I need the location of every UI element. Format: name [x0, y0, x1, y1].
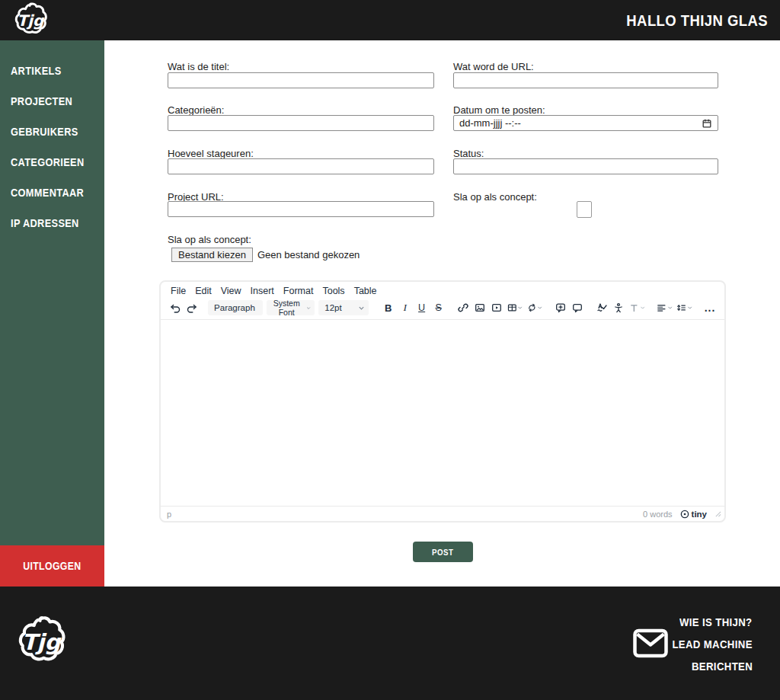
media-button[interactable] [488, 299, 505, 316]
add-comment-button[interactable] [552, 299, 569, 316]
font-family-select[interactable]: System Font [267, 300, 315, 315]
date-label: Datum om te posten: [453, 104, 545, 116]
sidebar-item-gebruikers[interactable]: GEBRUIKERS [0, 117, 104, 147]
editor-menubar: File Edit View Insert Format Tools Table [161, 282, 724, 298]
greeting-title: HALLO THIJN GLAS [607, 0, 768, 40]
bold-button[interactable]: B [380, 299, 397, 316]
chevron-down-icon [667, 305, 673, 311]
menu-tools[interactable]: Tools [318, 284, 349, 298]
table-icon [507, 302, 518, 314]
comment-icon [571, 302, 583, 314]
calendar-icon[interactable] [702, 118, 712, 129]
ellipsis-icon: ... [705, 302, 716, 314]
menu-table[interactable]: Table [350, 284, 382, 298]
typography-icon [628, 302, 640, 314]
logout-button[interactable]: UITLOGGEN [0, 545, 104, 587]
chevron-down-icon [687, 305, 692, 311]
typography-button[interactable] [627, 299, 647, 316]
accessibility-icon [612, 302, 625, 314]
chevron-down-icon [358, 305, 365, 312]
spellcheck-icon [596, 302, 608, 314]
element-path: p [167, 510, 171, 519]
url-input[interactable] [453, 72, 718, 88]
footer-logo-icon[interactable] [13, 615, 69, 669]
choose-file-button[interactable]: Bestand kiezen [171, 248, 253, 262]
menu-file[interactable]: File [166, 284, 190, 298]
sidebar-item-categorieen[interactable]: CATEGORIEEN [0, 147, 104, 177]
font-size-select[interactable]: 12pt [318, 300, 368, 315]
menu-view[interactable]: View [216, 284, 246, 298]
redo-icon [186, 302, 198, 314]
footer-link-berichten[interactable]: BERICHTEN [661, 655, 753, 677]
menu-edit[interactable]: Edit [190, 284, 216, 298]
footer-link-wie-is-thijn[interactable]: WIE IS THIJN? [661, 611, 753, 633]
block-format-select[interactable]: Paragraph [208, 300, 263, 315]
tinymce-brand-link[interactable]: tiny [680, 510, 707, 519]
resize-handle[interactable] [714, 510, 721, 517]
underline-icon: U [418, 302, 425, 313]
media-icon [491, 302, 503, 314]
editor-content-area[interactable] [161, 320, 724, 506]
menu-format[interactable]: Format [279, 284, 318, 298]
concept-file-label: Sla op als concept: [168, 234, 251, 245]
strikethrough-button[interactable]: S [430, 299, 447, 316]
undo-icon [169, 302, 181, 314]
show-comments-button[interactable] [569, 299, 586, 316]
page: Tjg HALLO THIJN GLAS ARTIKELS PROJECTEN … [0, 0, 780, 700]
image-button[interactable] [472, 299, 488, 316]
redo-button[interactable] [184, 299, 200, 316]
sidebar-nav: ARTIKELS PROJECTEN GEBRUIKERS CATEGORIEE… [0, 40, 104, 545]
sidebar-item-commentaar[interactable]: COMMENTAAR [0, 177, 104, 208]
hours-input[interactable] [168, 158, 434, 174]
date-placeholder: dd-mm-jjjj --:-- [459, 117, 521, 129]
footer-links: WIE IS THIJN? LEAD MACHINE BERICHTEN [661, 611, 753, 677]
url-label: Wat word de URL: [453, 61, 534, 72]
sidebar-item-artikels[interactable]: ARTIKELS [0, 56, 104, 86]
line-height-button[interactable] [674, 299, 694, 316]
chevron-down-icon [306, 305, 311, 312]
top-header: HALLO THIJN GLAS [0, 0, 780, 40]
sidebar-item-projecten[interactable]: PROJECTEN [0, 86, 104, 117]
menu-insert[interactable]: Insert [246, 284, 279, 298]
footer-link-lead-machine[interactable]: LEAD MACHINE [661, 633, 753, 655]
bold-icon: B [385, 302, 392, 314]
line-height-icon [676, 302, 687, 314]
table-button[interactable] [505, 299, 525, 316]
site-logo-icon[interactable] [10, 2, 51, 39]
chevron-down-icon [640, 305, 645, 311]
tinymce-logo-icon [680, 510, 689, 519]
strikethrough-icon: S [435, 302, 441, 313]
mergetags-button[interactable] [525, 299, 545, 316]
link-icon [457, 302, 469, 314]
rich-text-editor: File Edit View Insert Format Tools Table… [159, 280, 726, 523]
file-input: Bestand kiezen Geen bestand gekozen [171, 248, 360, 262]
concept-checkbox[interactable] [577, 201, 592, 218]
editor-toolbar: Paragraph System Font 12pt B I U S [161, 298, 724, 320]
status-input[interactable] [453, 158, 718, 174]
concept-checkbox-label: Sla op als concept: [453, 191, 537, 203]
italic-button[interactable]: I [397, 299, 414, 316]
link-button[interactable] [455, 299, 472, 316]
align-button[interactable] [654, 299, 674, 316]
date-input[interactable]: dd-mm-jjjj --:-- [453, 115, 718, 131]
align-left-icon [656, 302, 667, 314]
page-footer: WIE IS THIJN? LEAD MACHINE BERICHTEN [0, 587, 780, 700]
project-url-input[interactable] [168, 201, 434, 217]
undo-button[interactable] [167, 299, 184, 316]
italic-icon: I [403, 302, 407, 314]
categories-label: Categorieën: [168, 104, 224, 116]
post-button[interactable]: POST [413, 542, 473, 562]
more-toolbar-button[interactable]: ... [702, 299, 718, 316]
sidebar-item-ip-adressen[interactable]: IP ADRESSEN [0, 208, 104, 238]
image-icon [474, 302, 486, 314]
hours-label: Hoeveel stageuren: [168, 148, 254, 159]
categories-input[interactable] [168, 115, 434, 131]
accessibility-check-button[interactable] [610, 299, 627, 316]
editor-statusbar: p 0 words tiny [161, 506, 724, 521]
file-status-text: Geen bestand gekozen [257, 249, 360, 261]
underline-button[interactable]: U [414, 299, 430, 316]
word-count: 0 words [643, 510, 673, 519]
title-input[interactable] [168, 72, 434, 88]
title-label: Wat is de titel: [168, 61, 229, 72]
spellcheck-button[interactable] [593, 299, 610, 316]
